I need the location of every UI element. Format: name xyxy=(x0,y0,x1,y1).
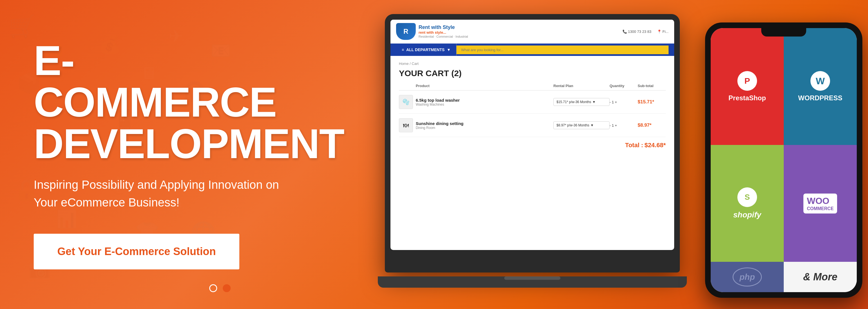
subtitle-line1: Inspiring Possibility and Applying Innov… xyxy=(34,178,279,191)
cart-item-2-details: Sunshine dining setting Dining Room xyxy=(416,121,553,130)
cart-item-2-price: $8.97* xyxy=(638,122,666,128)
breadcrumb: Home / Cart xyxy=(399,62,666,66)
phone-notch xyxy=(761,28,806,36)
slide-indicators xyxy=(209,284,230,292)
search-input[interactable] xyxy=(461,48,664,52)
platform-tile-wordpress: W WORDPRESS xyxy=(784,28,857,145)
phone-number-text: 1300 73 23 83 xyxy=(628,30,651,34)
phone-outer: P PrestaShop W WORDPRESS S xyxy=(705,23,862,298)
all-departments-button[interactable]: ≡ ALL DEPARTMENTS ▼ xyxy=(396,43,457,56)
php-logo: php xyxy=(733,268,762,286)
cart-item-1-plan[interactable]: $15.71* p/w-36 Months ▼ xyxy=(553,98,610,106)
svg-text:🛒: 🛒 xyxy=(8,13,36,39)
logo-brand: Rent with Style xyxy=(418,25,468,31)
platform-tile-shopify: S shopify xyxy=(711,145,784,262)
cart-content: Home / Cart YOUR CART (2) Product Rental… xyxy=(391,56,674,159)
logo-tagline: Residential · Commercial · Industrial xyxy=(418,35,468,38)
dropdown-icon: ▼ xyxy=(590,123,594,127)
cart-total: Total : $24.68* xyxy=(399,137,666,153)
col-subtotal: Sub-total xyxy=(638,84,666,88)
right-content: R Rent with Style rent with style... Res… xyxy=(362,0,868,309)
wordpress-name: WORDPRESS xyxy=(798,94,842,102)
wordpress-logo: W xyxy=(810,71,830,91)
nav-bar: ≡ ALL DEPARTMENTS ▼ xyxy=(391,43,674,56)
cart-item-2-plan[interactable]: $8.97* p/w-36 Months ▼ xyxy=(553,121,610,129)
col-rental-plan: Rental Plan xyxy=(553,84,610,88)
total-value: $24.68* xyxy=(644,142,666,149)
cart-item-1-quantity[interactable]: - 1 + xyxy=(610,100,638,104)
logo-shield-icon: R xyxy=(396,23,416,40)
laptop-outer: R Rent with Style rent with style... Res… xyxy=(385,14,680,273)
cart-item-2-name: Sunshine dining setting xyxy=(416,121,553,126)
cart-item-1: 🫧 6.5kg top load washer Washing Machines… xyxy=(399,90,666,114)
site-header-right: 📞 1300 73 23 83 📍 Fi... xyxy=(622,30,669,34)
cart-item-1-details: 6.5kg top load washer Washing Machines xyxy=(416,98,553,106)
col-quantity: Quantity xyxy=(610,84,638,88)
subtitle: Inspiring Possibility and Applying Innov… xyxy=(34,176,286,211)
col-spacer xyxy=(399,84,416,88)
platform-tile-more: & More xyxy=(784,262,857,292)
platform-tile-prestashop: P PrestaShop xyxy=(711,28,784,145)
cart-item-2-image: 🍽 xyxy=(399,118,413,132)
departments-label: ALL DEPARTMENTS xyxy=(406,48,444,52)
phone-screen: P PrestaShop W WORDPRESS S xyxy=(711,28,857,292)
left-content: E-COMMERCE DEVELOPMENT Inspiring Possibi… xyxy=(0,40,295,269)
cart-item-1-plan-text: $15.71* p/w-36 Months xyxy=(556,100,591,104)
dropdown-icon: ▼ xyxy=(592,100,595,104)
more-text: & More xyxy=(803,271,837,283)
slide-indicator-1[interactable] xyxy=(209,284,217,292)
logo-with-style: rent with style... xyxy=(418,30,468,35)
cart-item-2: 🍽 Sunshine dining setting Dining Room $8… xyxy=(399,114,666,137)
cta-button[interactable]: Get Your E-Commerce Solution xyxy=(34,234,239,269)
cart-item-1-price: $15.71* xyxy=(638,99,666,105)
title-line2: DEVELOPMENT xyxy=(34,121,344,167)
site-header: R Rent with Style rent with style... Res… xyxy=(391,20,674,43)
title-line1: E-COMMERCE xyxy=(34,37,276,125)
total-label: Total : xyxy=(625,142,643,149)
laptop-mockup: R Rent with Style rent with style... Res… xyxy=(385,14,680,295)
laptop-screen: R Rent with Style rent with style... Res… xyxy=(391,20,674,250)
cart-table-header: Product Rental Plan Quantity Sub-total xyxy=(399,84,666,90)
subtitle-line2: Your eCommerce Business! xyxy=(34,196,180,209)
logo-text: Rent with Style rent with style... Resid… xyxy=(418,25,468,38)
search-bar[interactable] xyxy=(457,45,669,54)
hero-section: 🛒 💳 📦 🏷 🎁 💰 🖥 📱 ✈ 🎧 🔒 📊 🎨 👕 ⚙ 📷 🏠 👜 ⭐ 📧 … xyxy=(0,0,868,309)
prestashop-name: PrestaShop xyxy=(728,94,766,102)
platform-tile-woocommerce: WOO COMMERCE xyxy=(784,145,857,262)
cart-item-1-image: 🫧 xyxy=(399,95,413,109)
shopify-name: shopify xyxy=(733,210,761,219)
chevron-down-icon: ▼ xyxy=(447,48,451,52)
main-title: E-COMMERCE DEVELOPMENT xyxy=(34,40,295,165)
menu-icon: ≡ xyxy=(402,48,404,52)
shopify-logo: S xyxy=(737,187,757,207)
phone-mockup: P PrestaShop W WORDPRESS S xyxy=(705,23,862,298)
location-icon: 📍 Fi... xyxy=(657,30,669,34)
slide-indicator-2[interactable] xyxy=(223,284,230,292)
phone-number: 📞 1300 73 23 83 xyxy=(622,30,651,34)
cart-item-1-name: 6.5kg top load washer xyxy=(416,98,553,102)
woocommerce-logo: WOO COMMERCE xyxy=(803,193,837,214)
cart-title: YOUR CART (2) xyxy=(399,68,666,78)
cart-item-2-category: Dining Room xyxy=(416,126,553,130)
website-content: R Rent with Style rent with style... Res… xyxy=(391,20,674,250)
cart-item-2-quantity[interactable]: - 1 + xyxy=(610,123,638,127)
cart-item-1-category: Washing Machines xyxy=(416,102,553,106)
prestashop-logo: P xyxy=(737,71,757,91)
cart-item-2-plan-text: $8.97* p/w-36 Months xyxy=(556,123,589,127)
col-product: Product xyxy=(416,84,553,88)
laptop-base xyxy=(378,276,687,288)
site-logo: R Rent with Style rent with style... Res… xyxy=(396,23,468,40)
platform-tile-php: php xyxy=(711,262,784,292)
